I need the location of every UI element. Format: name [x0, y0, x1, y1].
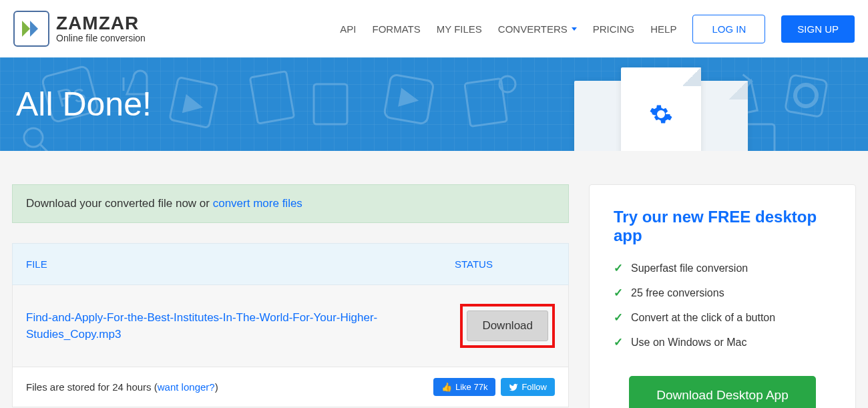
- table-header: FILE STATUS: [12, 243, 569, 285]
- nav-formats[interactable]: FORMATS: [373, 23, 421, 35]
- nav-pricing[interactable]: PRICING: [593, 23, 635, 35]
- success-alert: Download your converted file now or conv…: [12, 184, 569, 223]
- desktop-app-card: Try our new FREE desktop app ✓Superfast …: [589, 184, 856, 408]
- header-file: FILE: [26, 258, 455, 270]
- login-button[interactable]: LOG IN: [692, 15, 765, 43]
- nav-converters[interactable]: CONVERTERS: [498, 23, 577, 35]
- download-button[interactable]: Download: [467, 311, 548, 341]
- main-nav: API FORMATS MY FILES CONVERTERS PRICING …: [340, 15, 855, 43]
- check-icon: ✓: [614, 286, 623, 300]
- facebook-like-button[interactable]: 👍 Like 77k: [433, 378, 495, 396]
- feature-item: ✓25 free conversions: [614, 286, 831, 300]
- hero-title: All Done!: [16, 85, 152, 124]
- check-icon: ✓: [614, 311, 623, 325]
- chevron-down-icon: [572, 27, 577, 31]
- check-icon: ✓: [614, 261, 623, 275]
- convert-more-link[interactable]: convert more files: [213, 197, 302, 210]
- download-highlight: Download: [460, 304, 555, 348]
- main-content: Download your converted file now or conv…: [0, 151, 868, 408]
- table-footer: Files are stored for 24 hours (want long…: [12, 367, 569, 407]
- want-longer-link[interactable]: want longer?: [158, 381, 215, 393]
- logo[interactable]: ZAMZAR Online file conversion: [13, 11, 146, 47]
- left-column: Download your converted file now or conv…: [12, 184, 569, 408]
- signup-button[interactable]: SIGN UP: [781, 15, 855, 43]
- alert-text: Download your converted file now or: [26, 197, 213, 210]
- hero-banner: Ps All Done!: [0, 57, 868, 151]
- feature-item: ✓Superfast file conversion: [614, 261, 831, 275]
- thumbs-up-icon: 👍: [441, 382, 452, 392]
- nav-myfiles[interactable]: MY FILES: [437, 23, 482, 35]
- gear-icon: [649, 102, 673, 126]
- twitter-follow-button[interactable]: Follow: [501, 378, 555, 396]
- logo-subtitle: Online file conversion: [56, 33, 146, 43]
- logo-title: ZAMZAR: [56, 14, 146, 33]
- logo-icon: [13, 11, 49, 47]
- nav-help[interactable]: HELP: [650, 23, 676, 35]
- files-table: FILE STATUS Find-and-Apply-For-the-Best-…: [12, 243, 569, 407]
- site-header: ZAMZAR Online file conversion API FORMAT…: [0, 0, 868, 57]
- nav-api[interactable]: API: [340, 23, 356, 35]
- storage-note: Files are stored for 24 hours (: [26, 381, 158, 393]
- document-illustration: [574, 67, 748, 151]
- check-icon: ✓: [614, 335, 623, 349]
- right-column: Try our new FREE desktop app ✓Superfast …: [589, 184, 856, 408]
- feature-item: ✓Use on Windows or Mac: [614, 335, 831, 349]
- header-status: STATUS: [455, 258, 555, 270]
- card-title: Try our new FREE desktop app: [614, 208, 831, 245]
- download-desktop-button[interactable]: Download Desktop App: [629, 376, 816, 408]
- twitter-icon: [509, 383, 518, 392]
- feature-item: ✓Convert at the click of a button: [614, 311, 831, 325]
- file-name-link[interactable]: Find-and-Apply-For-the-Best-Institutes-I…: [26, 309, 460, 343]
- social-buttons: 👍 Like 77k Follow: [433, 378, 555, 396]
- table-row: Find-and-Apply-For-the-Best-Institutes-I…: [12, 285, 569, 367]
